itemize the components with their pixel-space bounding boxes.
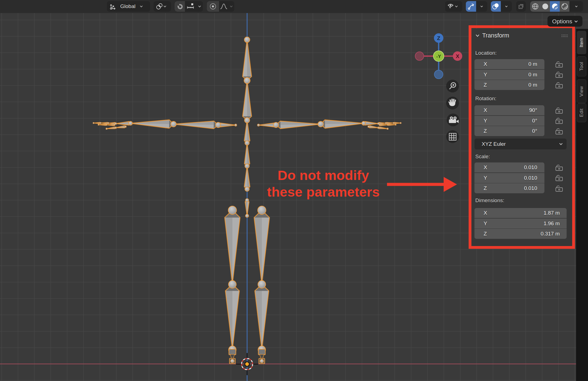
svg-text:-Y: -Y	[436, 54, 441, 59]
svg-text:X: X	[456, 53, 459, 59]
svg-text:Z: Z	[437, 35, 440, 41]
